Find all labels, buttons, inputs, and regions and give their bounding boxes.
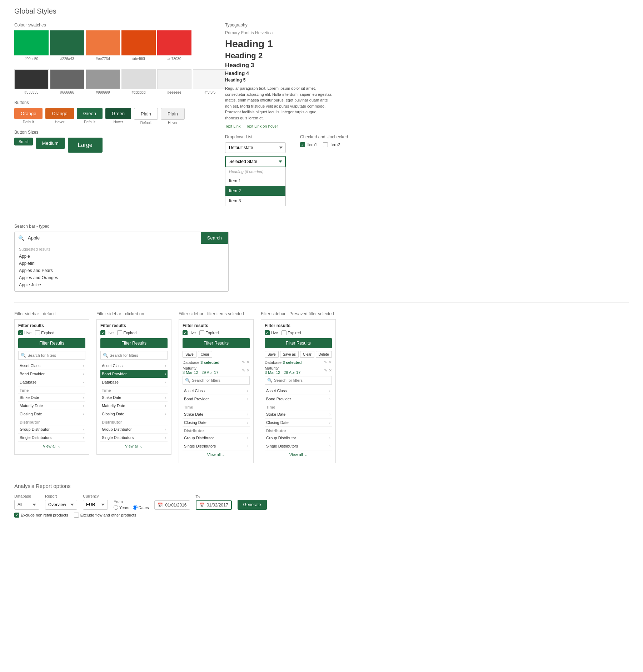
filter-presaved-save-btn[interactable]: Save (265, 351, 279, 358)
exclude2-unchecked-icon[interactable] (74, 513, 79, 518)
checkbox-unchecked-icon[interactable] (323, 142, 328, 147)
medium-button[interactable]: Medium (36, 138, 65, 149)
green-hover-button[interactable]: Green (105, 108, 131, 119)
filter-selected-strike[interactable]: Strike Date › (183, 410, 250, 419)
filter-clicked-search-input[interactable] (110, 353, 165, 357)
filter-default-single-dist[interactable]: Single Distributors › (18, 434, 85, 442)
filter-clicked-group-dist[interactable]: Group Distributor › (100, 425, 168, 434)
filter-presaved-save-as-btn[interactable]: Save as (280, 351, 299, 358)
filter-presaved-edit-icon2[interactable]: ✎ (324, 368, 327, 373)
filter-clicked-expired-label[interactable]: Expired (117, 330, 136, 335)
filter-selected-live-label[interactable]: Live (183, 330, 196, 335)
filter-clicked-strike[interactable]: Strike Date › (100, 394, 168, 402)
analysis-dates-label[interactable]: Dates (133, 505, 149, 510)
search-button[interactable]: Search (201, 232, 228, 244)
filter-default-search-input[interactable] (28, 353, 83, 357)
filter-default-strike[interactable]: Strike Date › (18, 394, 85, 402)
filter-selected-cat-bond[interactable]: Bond Provider › (183, 395, 250, 403)
analysis-report-select[interactable]: Overview (45, 500, 77, 510)
live-checked-icon3[interactable] (183, 330, 188, 335)
filter-remove-icon[interactable]: ✕ (246, 360, 250, 365)
filter-presaved-remove-icon[interactable]: ✕ (329, 360, 332, 365)
filter-selected-view-all[interactable]: View all ⌄ (183, 450, 250, 459)
filter-default-maturity[interactable]: Maturity Date › (18, 402, 85, 410)
analysis-years-label[interactable]: Years (114, 505, 129, 510)
filter-clicked-live-label[interactable]: Live (100, 330, 114, 335)
filter-presaved-cat-asset[interactable]: Asset Class › (265, 387, 332, 395)
filter-selected-search-input[interactable] (192, 378, 247, 382)
filter-default-expired-label[interactable]: Expired (35, 330, 54, 335)
filter-presaved-closing[interactable]: Closing Date › (265, 419, 332, 427)
expired-unchecked-icon4[interactable] (281, 330, 286, 335)
filter-clicked-cat-asset[interactable]: Asset Class › (100, 362, 168, 370)
filter-clicked-results-btn[interactable]: Filter Results (100, 338, 168, 348)
filter-default-closing[interactable]: Closing Date › (18, 410, 85, 418)
generate-button[interactable]: Generate (238, 500, 267, 510)
filter-selected-single-dist[interactable]: Single Distributors › (183, 442, 250, 450)
suggestion-apples-pears[interactable]: Apples and Pears (19, 267, 224, 274)
filter-default-live-label[interactable]: Live (18, 330, 31, 335)
live-checked-icon[interactable] (18, 330, 23, 335)
analysis-to-date-wrapper[interactable]: 📅 01/02/2017 (196, 500, 232, 510)
plain-hover-button[interactable]: Plain (161, 108, 185, 120)
dropdown-selected[interactable]: Selected State (225, 156, 286, 167)
filter-default-results-btn[interactable]: Filter Results (18, 338, 85, 348)
filter-clicked-single-dist[interactable]: Single Distributors › (100, 434, 168, 442)
dropdown-item-3[interactable]: Item 3 (225, 196, 285, 206)
filter-selected-group-dist[interactable]: Group Distributor › (183, 434, 250, 442)
text-link[interactable]: Text Link (225, 124, 240, 128)
analysis-exclude2-label[interactable]: Exclude flow and other products (74, 513, 136, 518)
analysis-years-radio[interactable] (114, 505, 118, 510)
filter-presaved-single-dist[interactable]: Single Distributors › (265, 442, 332, 450)
expired-unchecked-icon3[interactable] (199, 330, 204, 335)
dropdown-default[interactable]: Default state (225, 142, 286, 153)
filter-remove-icon2[interactable]: ✕ (246, 368, 250, 373)
dropdown-item-2[interactable]: Item 2 (225, 186, 285, 196)
large-button[interactable]: Large (68, 138, 103, 153)
filter-default-cat-database[interactable]: Database › (18, 378, 85, 386)
suggestion-apple-juice[interactable]: Apple Juice (19, 281, 224, 288)
filter-presaved-view-all[interactable]: View all ⌄ (265, 450, 332, 459)
filter-selected-closing[interactable]: Closing Date › (183, 419, 250, 427)
plain-default-button[interactable]: Plain (134, 108, 158, 120)
filter-default-group-dist[interactable]: Group Distributor › (18, 425, 85, 434)
filter-presaved-edit-icon[interactable]: ✎ (324, 360, 327, 365)
dropdown-item-1[interactable]: Item 1 (225, 176, 285, 186)
filter-selected-save-btn[interactable]: Save (183, 351, 196, 358)
analysis-dates-radio[interactable] (133, 505, 138, 510)
filter-clicked-maturity[interactable]: Maturity Date › (100, 402, 168, 410)
analysis-database-select[interactable]: All (14, 500, 39, 510)
expired-unchecked-icon2[interactable] (117, 330, 122, 335)
filter-clicked-cat-database[interactable]: Database › (100, 378, 168, 386)
filter-presaved-cat-bond[interactable]: Bond Provider › (265, 395, 332, 403)
suggestion-apples-oranges[interactable]: Apples and Oranges (19, 274, 224, 281)
filter-default-cat-asset[interactable]: Asset Class › (18, 362, 85, 370)
filter-selected-results-btn[interactable]: Filter Results (183, 338, 250, 348)
green-default-button[interactable]: Green (77, 108, 103, 119)
filter-presaved-expired-label[interactable]: Expired (281, 330, 301, 335)
filter-presaved-strike[interactable]: Strike Date › (265, 410, 332, 419)
filter-clicked-view-all[interactable]: View all ⌄ (100, 442, 168, 451)
filter-presaved-results-btn[interactable]: Filter Results (265, 338, 332, 348)
filter-edit-icon2[interactable]: ✎ (242, 368, 245, 373)
filter-selected-expired-label[interactable]: Expired (199, 330, 219, 335)
filter-presaved-delete-btn[interactable]: Delete (316, 351, 332, 358)
filter-clicked-closing[interactable]: Closing Date › (100, 410, 168, 418)
text-link-hover[interactable]: Text Link on hover (246, 124, 278, 128)
checkbox-checked-icon[interactable] (300, 142, 305, 147)
filter-presaved-remove-icon2[interactable]: ✕ (329, 368, 332, 373)
orange-hover-button[interactable]: Orange (45, 108, 74, 119)
filter-selected-clear-btn[interactable]: Clear (198, 351, 212, 358)
exclude1-checked-icon[interactable] (14, 513, 19, 518)
live-checked-icon2[interactable] (100, 330, 105, 335)
orange-default-button[interactable]: Orange (14, 108, 43, 119)
filter-default-cat-bond[interactable]: Bond Provider › (18, 370, 85, 378)
live-checked-icon4[interactable] (265, 330, 270, 335)
filter-default-view-all[interactable]: View all ⌄ (18, 442, 85, 451)
analysis-currency-select[interactable]: EUR (83, 500, 108, 510)
filter-presaved-group-dist[interactable]: Group Distributor › (265, 434, 332, 442)
small-button[interactable]: Small (14, 138, 33, 145)
filter-presaved-live-label[interactable]: Live (265, 330, 278, 335)
expired-unchecked-icon[interactable] (35, 330, 40, 335)
filter-presaved-clear-btn[interactable]: Clear (300, 351, 314, 358)
